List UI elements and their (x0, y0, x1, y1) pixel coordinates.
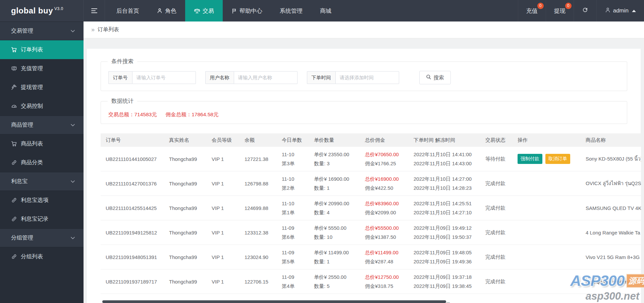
vip-level-cell: VIP 1 (209, 230, 242, 235)
table-row: UB2211101441005027 Thongcha99 VIP 1 1272… (101, 147, 641, 171)
cancel-order-button[interactable]: 取消订单 (545, 154, 570, 164)
watermark-brand: ASP300 (570, 272, 625, 290)
times-cell: 2022年11月09日 19:49:122022年11月09日 19:50:37 (411, 225, 483, 241)
withdraw-button[interactable]: 提现 0 (546, 0, 574, 21)
username-label: 用户名称 (205, 71, 234, 84)
col-header-real-name: 真实姓名 (166, 137, 209, 143)
sidebar-group-lixibao[interactable]: 利息宝 (0, 172, 84, 191)
gavel-icon (11, 84, 17, 90)
sidebar-item-recharge-management[interactable]: 充值管理 (0, 59, 84, 78)
order-time-input[interactable] (335, 71, 399, 84)
sidebar-item-order-list[interactable]: 订单列表 (0, 40, 84, 59)
unit-price-cell: 单价¥ 23550.00数量: 3 (311, 151, 362, 167)
sidebar-item-lixibao-options[interactable]: 利息宝选项 (0, 191, 84, 210)
real-name-cell: Thongcha99 (166, 156, 209, 162)
daily-count-cell: 11-09第5单 (279, 249, 311, 265)
col-header-unit-price: 单价数量 (311, 137, 362, 143)
status-cell: 完成付款 (483, 180, 515, 187)
recharge-button[interactable]: 充值 0 (518, 0, 546, 21)
nav-item-system[interactable]: 系统管理 (271, 0, 311, 21)
total-commission-cell: 总价¥70650.00佣金¥1766.25 (362, 151, 411, 167)
times-cell: 2022年11月10日 14:25:512022年11月10日 14:27:10 (411, 200, 483, 216)
sidebar-item-product-list[interactable]: 商品列表 (0, 134, 84, 153)
col-header-daily-count: 今日单数 (279, 137, 311, 143)
balance-cell: 122706.15 (242, 279, 279, 285)
nav-item-trade[interactable]: 交易 (185, 0, 223, 21)
search-icon (426, 74, 431, 81)
table-body: UB2211101441005027 Thongcha99 VIP 1 1272… (101, 147, 641, 303)
balance-cell: 126798.88 (242, 181, 279, 186)
total-commission-cell: 总价¥11499.00佣金¥287.48 (362, 249, 411, 265)
sidebar-item-group-list[interactable]: 分组列表 (0, 247, 84, 266)
order-no-label: 订单号 (108, 71, 132, 84)
status-cell: 完成付款 (483, 278, 515, 285)
nav-item-mall[interactable]: 商城 (311, 0, 340, 21)
vip-level-cell: VIP 1 (209, 205, 242, 211)
status-cell: 完成付款 (483, 205, 515, 211)
sidebar-group-product-management[interactable]: 商品管理 (0, 116, 84, 134)
link-icon (11, 216, 17, 222)
daily-count-cell: 11-09第4单 (279, 274, 311, 290)
table-header: 订单号 真实姓名 会员等级 余额 今日单数 单价数量 总价佣金 下单时间 解冻时… (101, 133, 641, 147)
total-commission-cell: 总价¥83960.00佣金¥2099.00 (362, 200, 411, 216)
sidebar-item-lixibao-records[interactable]: 利息宝记录 (0, 210, 84, 228)
balance-cell: 123024.90 (242, 254, 279, 260)
sidebar-toggle-icon[interactable] (84, 0, 105, 21)
actions-cell: 强制付款取消订单 (515, 154, 573, 164)
times-cell: 2022年11月10日 14:41:002022年11月10日 14:43:00 (411, 151, 483, 167)
status-cell: 等待付款 (483, 156, 515, 162)
vip-level-cell: VIP 1 (209, 181, 242, 186)
user-icon (157, 8, 163, 14)
nav-item-roles[interactable]: 角色 (148, 0, 185, 21)
navbar-right: 充值 0 提现 0 admin (518, 0, 644, 21)
username-input[interactable] (234, 71, 298, 84)
vip-level-cell: VIP 1 (209, 254, 242, 260)
sidebar: 交易管理 订单列表 充值管理 提现管理 交易控制 商品管理 商品列表 商品分类 … (0, 21, 84, 303)
main-nav: 后台首页 角色 交易 帮助中心 系统管理 商城 (108, 0, 340, 21)
sidebar-item-trade-control[interactable]: 交易控制 (0, 97, 84, 116)
times-cell: 2022年11月10日 14:27:002022年11月10日 14:28:23 (411, 176, 483, 191)
real-name-cell: Thongcha99 (166, 254, 209, 260)
horizontal-scrollbar-thumb[interactable] (102, 300, 446, 303)
order-no-cell: UB2211091948051391 (101, 254, 166, 260)
watermark: ASP300 源码 asp300.net (570, 272, 644, 302)
sidebar-item-product-category[interactable]: 商品分类 (0, 153, 84, 172)
username: admin (613, 7, 629, 14)
refresh-button[interactable] (574, 0, 596, 21)
content-card: 条件搜索 订单号 用户名称 下单时间 搜索 (87, 49, 641, 303)
watermark-tag: 源码 (626, 274, 644, 288)
real-name-cell: Thongcha99 (166, 279, 209, 285)
sidebar-item-withdraw-management[interactable]: 提现管理 (0, 78, 84, 97)
sidebar-group-group-management[interactable]: 分组管理 (0, 228, 84, 247)
page-title: 订单列表 (98, 26, 119, 33)
stats-panel-legend: 数据统计 (108, 97, 137, 105)
search-button[interactable]: 搜索 (419, 71, 451, 84)
order-time-label: 下单时间 (307, 71, 335, 84)
total-commission-cell: 总价¥12750.00佣金¥318.75 (362, 274, 411, 290)
table-row: UB2211091948051391 Thongcha99 VIP 1 1230… (101, 245, 641, 269)
daily-count-cell: 11-09第6单 (279, 225, 311, 241)
times-cell: 2022年11月09日 19:48:052022年11月09日 19:49:36 (411, 249, 483, 265)
app-logo[interactable]: global buy V3.0 (0, 0, 84, 21)
product-name-cell: SAMSUNG QLED TV 4K (573, 205, 641, 211)
total-commission-amount: 佣金总额：17864.58元 (166, 111, 219, 118)
user-menu[interactable]: admin (596, 0, 644, 21)
unit-price-cell: 单价¥ 11499.00数量: 1 (311, 249, 362, 265)
table-row: UB2211091949125812 Thongcha99 VIP 1 1233… (101, 220, 641, 245)
total-commission-cell: 总价¥55500.00佣金¥1387.50 (362, 225, 411, 241)
sidebar-group-trade-management[interactable]: 交易管理 (0, 21, 84, 40)
billboard-icon (11, 66, 17, 72)
force-pay-button[interactable]: 强制付款 (518, 154, 542, 164)
order-no-field-group: 订单号 (108, 71, 196, 84)
unit-price-cell: 单价¥ 5550.00数量: 10 (311, 225, 362, 241)
chevron-down-icon (71, 237, 75, 240)
nav-item-help-center[interactable]: 帮助中心 (223, 0, 271, 21)
nav-item-dashboard[interactable]: 后台首页 (108, 0, 148, 21)
link-icon (11, 160, 17, 166)
order-no-cell: UB2211101427001376 (101, 181, 166, 186)
order-no-input[interactable] (132, 71, 196, 84)
link-icon (11, 254, 17, 260)
orders-table: 订单号 真实姓名 会员等级 余额 今日单数 单价数量 总价佣金 下单时间 解冻时… (101, 133, 641, 303)
order-no-cell: UB2211101425514425 (101, 205, 166, 211)
product-name-cell: Sony KD-55X80J (55 นิ้ว) (573, 155, 641, 163)
